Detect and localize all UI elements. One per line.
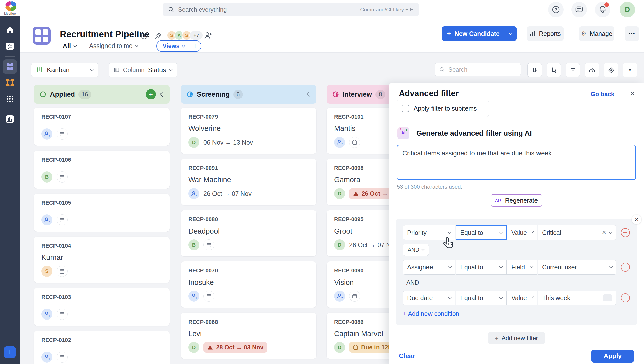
pin-icon xyxy=(154,32,162,40)
collapse-column-icon[interactable] xyxy=(307,92,312,97)
group-hierarchy-button[interactable] xyxy=(547,63,561,77)
kanban-card[interactable]: RECP-0070Inosuke? xyxy=(181,261,316,308)
views-button[interactable]: Views xyxy=(157,42,189,50)
view-type-dropdown[interactable]: Kanban xyxy=(31,63,98,77)
kanban-card[interactable]: RECP-0107? xyxy=(34,108,170,146)
share-access-button[interactable] xyxy=(204,32,212,41)
filter-group: Priority Equal to Value Critical ✕ AND xyxy=(396,219,637,325)
condition-row-2: Assignee Equal to Field Current user xyxy=(403,260,630,275)
find-duplicates-button[interactable] xyxy=(585,63,599,77)
sidebar-item-apps-active[interactable] xyxy=(0,59,20,75)
sidebar-item-process[interactable] xyxy=(0,75,20,91)
remove-condition-button[interactable] xyxy=(621,293,630,302)
app-tile-icon xyxy=(33,27,51,45)
add-new-condition-link[interactable]: + Add new condition xyxy=(403,310,630,317)
toolbar-expand-button[interactable]: ▼ xyxy=(623,63,637,77)
board-search-input[interactable]: Search xyxy=(435,63,521,76)
kanban-card[interactable]: RECP-0104KumarS xyxy=(34,237,170,283)
new-candidate-dropdown-button[interactable] xyxy=(505,26,517,41)
subitems-checkbox[interactable] xyxy=(402,105,409,112)
add-card-button[interactable]: + xyxy=(146,89,156,99)
kanban-card[interactable]: RECP-0079WolverineD06 Nov → 13 Nov xyxy=(181,108,316,154)
card-title: Wolverine xyxy=(188,124,309,133)
field-select[interactable]: Due date xyxy=(403,291,455,305)
shared-avatars[interactable]: S A S +7 xyxy=(167,31,203,40)
process-flow-icon xyxy=(5,78,14,87)
pin-button[interactable] xyxy=(154,32,162,41)
go-back-link[interactable]: Go back xyxy=(591,90,614,98)
close-panel-button[interactable]: ✕ xyxy=(630,89,635,98)
sidebar-marketplace-button[interactable] xyxy=(5,363,15,364)
operator-select[interactable]: Equal to xyxy=(456,291,506,305)
search-icon xyxy=(168,7,174,13)
operator-select[interactable]: Equal to xyxy=(456,260,506,275)
assignee-avatar: S xyxy=(41,266,52,277)
column-grouping-dropdown[interactable]: Column Status xyxy=(109,63,177,77)
sidebar-item-analytics[interactable] xyxy=(0,111,20,127)
card-title: War Machine xyxy=(188,176,309,184)
unassigned-avatar-icon: ? xyxy=(41,128,52,140)
sidebar-item-all-apps[interactable] xyxy=(0,91,20,107)
group-operator-dropdown[interactable]: AND xyxy=(403,244,429,256)
reports-button[interactable]: Reports xyxy=(527,26,564,41)
value-select[interactable]: This week ⋯ xyxy=(538,291,616,305)
assignee-avatar: D xyxy=(334,239,345,250)
remove-condition-button[interactable] xyxy=(621,263,630,272)
field-visibility-button[interactable] xyxy=(604,63,618,77)
collapse-column-icon[interactable] xyxy=(160,92,165,97)
global-search-input[interactable]: Search everything Command/Ctrl key + E xyxy=(163,3,419,16)
tab-all[interactable]: All xyxy=(63,42,77,50)
kanban-card[interactable]: RECP-0106B xyxy=(34,151,170,189)
regenerate-button[interactable]: AI✦ Regenerate xyxy=(491,194,542,207)
user-avatar[interactable]: D xyxy=(620,2,635,17)
add-new-filter-button[interactable]: + Add new filter xyxy=(488,332,545,344)
sidebar-item-home[interactable] xyxy=(0,22,20,38)
checklist-icon xyxy=(5,42,14,50)
tab-assigned-to-me[interactable]: Assigned to me xyxy=(89,42,138,50)
info-button[interactable] xyxy=(141,32,148,41)
value-type-select[interactable]: Field xyxy=(507,260,537,275)
card-title: Inosuke xyxy=(188,278,309,287)
filter-button[interactable] xyxy=(566,63,580,77)
ellipsis-icon: ••• xyxy=(628,31,635,37)
manage-button[interactable]: ⚙ Manage xyxy=(579,26,614,41)
kanban-card[interactable]: RECP-0068LeviD28 Oct → 03 Nov xyxy=(181,313,316,359)
more-options-icon[interactable]: ⋯ xyxy=(603,294,612,301)
kissflow-logo: kissflow xyxy=(2,1,19,16)
kanban-card[interactable]: RECP-0080DeadpoolB xyxy=(181,210,316,256)
clear-value-icon[interactable]: ✕ xyxy=(602,229,606,236)
sidebar-create-button[interactable]: + xyxy=(4,346,16,358)
messages-button[interactable] xyxy=(571,2,587,17)
value-select[interactable]: Current user xyxy=(538,260,616,275)
help-button[interactable]: ? xyxy=(548,2,564,17)
calendar-icon xyxy=(57,266,68,277)
chevron-down-icon xyxy=(532,231,534,233)
field-select[interactable]: Assignee xyxy=(403,260,455,275)
value-select[interactable]: Critical ✕ xyxy=(538,225,616,240)
remove-condition-button[interactable] xyxy=(621,228,630,237)
operator-select[interactable]: Equal to xyxy=(456,225,506,240)
ai-prompt-textarea[interactable]: Critical items assigned to me that are d… xyxy=(397,145,636,180)
card-id: RECP-0091 xyxy=(188,165,309,171)
page-title: Recruitment Pipeline xyxy=(60,29,150,40)
kanban-card[interactable]: RECP-0102? xyxy=(34,331,170,364)
kanban-card[interactable]: RECP-0103? xyxy=(34,288,170,326)
value-type-select[interactable]: Value xyxy=(507,291,537,305)
kanban-card[interactable]: RECP-0091War Machine?26 Oct → 07 Nov xyxy=(181,159,316,205)
notifications-button[interactable] xyxy=(595,2,610,17)
new-candidate-button[interactable]: + New Candidate xyxy=(442,26,505,41)
clear-button[interactable]: Clear xyxy=(399,352,415,360)
sidebar-item-tasks[interactable] xyxy=(0,38,20,54)
unassigned-avatar-icon: ? xyxy=(188,188,199,199)
sort-button[interactable] xyxy=(527,63,542,77)
remove-filter-group-button[interactable]: ✕ xyxy=(632,215,641,224)
add-view-button[interactable]: + xyxy=(189,40,201,52)
kanban-card[interactable]: RECP-0105? xyxy=(34,194,170,232)
apply-button[interactable]: Apply xyxy=(591,350,634,363)
app-grid-icon xyxy=(6,62,14,71)
status-circle-icon xyxy=(39,91,46,98)
panel-title: Advanced filter xyxy=(399,88,459,98)
more-actions-button[interactable]: ••• xyxy=(625,26,639,41)
svg-text:?: ? xyxy=(49,220,50,223)
value-type-select[interactable]: Value xyxy=(507,225,537,240)
